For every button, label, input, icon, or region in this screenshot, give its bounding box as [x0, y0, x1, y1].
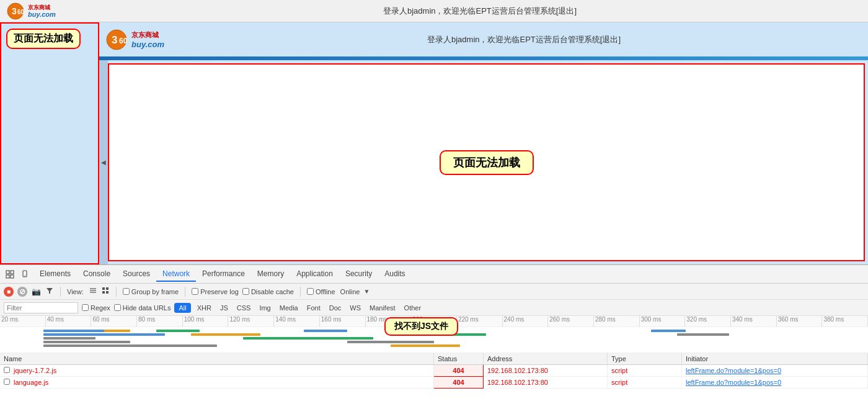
group-by-frame-checkbox[interactable]: Group by frame — [123, 288, 179, 295]
camera-icon[interactable]: 📷 — [32, 287, 41, 296]
cell-address: 192.168.102.173:80 — [484, 377, 608, 389]
preserve-log-checkbox[interactable]: Preserve log — [192, 288, 239, 295]
cell-address: 192.168.102.173:80 — [484, 365, 608, 377]
main-iframe-area: 页面无法加载 — [108, 63, 865, 261]
status-code: 404 — [453, 367, 464, 374]
cell-status: 404 — [434, 365, 484, 377]
tick-20ms: 20 ms — [0, 316, 46, 326]
tick-320ms: 320 ms — [685, 316, 731, 326]
tab-memory[interactable]: Memory — [251, 267, 290, 282]
toolbar-sep-3 — [185, 287, 185, 297]
tab-performance[interactable]: Performance — [196, 267, 251, 282]
tab-network[interactable]: Network — [156, 267, 196, 282]
tick-260ms: 260 ms — [548, 316, 594, 326]
tab-audits[interactable]: Audits — [378, 267, 411, 282]
offline-checkbox[interactable]: Offline — [307, 288, 335, 295]
filter-tag-img[interactable]: Img — [257, 304, 273, 312]
page-header-logo: 3 60 京东商城 buy.com — [105, 27, 180, 52]
initiator-link[interactable]: leftFrame.do?module=1&pos=0 — [686, 379, 781, 386]
online-dropdown[interactable]: Online — [340, 288, 360, 295]
page-header-title: 登录人bjadmin，欢迎光临EPT运营后台管理系统[退出] — [427, 35, 621, 44]
cell-type: script — [608, 365, 682, 377]
tab-sources[interactable]: Sources — [117, 267, 156, 282]
devtools-toolbar: ■ ⊘ 📷 View: Group by frame Preserve log … — [0, 284, 868, 300]
network-request-table: Name Status Address Type Initiator jquer… — [0, 353, 868, 389]
browser-url-bar: 登录人bjadmin，欢迎光临EPT运营后台管理系统[退出] — [98, 6, 862, 17]
tab-security[interactable]: Security — [339, 267, 378, 282]
tick-240ms: 240 ms — [503, 316, 549, 326]
svg-text:60: 60 — [119, 37, 128, 45]
svg-text:京东商城: 京东商城 — [28, 4, 51, 11]
toolbar-sep-2 — [116, 287, 117, 297]
row-checkbox[interactable] — [4, 379, 10, 385]
svg-text:buy.com: buy.com — [28, 11, 56, 18]
tab-console[interactable]: Console — [77, 267, 117, 282]
regex-checkbox[interactable]: Regex — [82, 304, 110, 312]
record-stop-button[interactable]: ■ — [4, 287, 14, 297]
tick-120ms: 120 ms — [228, 316, 274, 326]
svg-rect-10 — [6, 271, 9, 274]
main-error-text: 页面无法加载 — [453, 156, 520, 169]
svg-rect-13 — [11, 275, 14, 278]
svg-text:京东商城: 京东商城 — [131, 31, 159, 38]
svg-text:60: 60 — [17, 9, 25, 16]
svg-marker-16 — [46, 288, 53, 294]
svg-text:3: 3 — [112, 34, 117, 46]
clear-button[interactable]: ⊘ — [17, 287, 27, 297]
svg-rect-23 — [106, 291, 108, 294]
svg-rect-22 — [102, 291, 105, 294]
group-view-icon[interactable] — [102, 287, 109, 296]
filter-tag-all[interactable]: All — [174, 303, 190, 313]
table-row[interactable]: language.js 404 192.168.102.173:80 scrip… — [0, 377, 868, 389]
cell-status: 404 — [434, 377, 484, 389]
filter-input[interactable] — [4, 302, 78, 313]
initiator-link[interactable]: leftFrame.do?module=1&pos=0 — [686, 367, 781, 374]
svg-text:buy.com: buy.com — [131, 40, 164, 49]
sidebar-error-text: 页面无法加载 — [14, 33, 73, 43]
dropdown-arrow-icon[interactable]: ▼ — [363, 288, 370, 295]
browser-logo: 3 60 京东商城 buy.com — [6, 2, 93, 20]
js-error-text: 找不到JS文件 — [394, 321, 448, 331]
svg-rect-12 — [6, 275, 9, 278]
svg-rect-11 — [11, 271, 14, 274]
filter-tag-other[interactable]: Other — [402, 304, 424, 312]
devtools-filter-bar: Regex Hide data URLs All XHR JS CSS Img … — [0, 300, 868, 316]
svg-rect-21 — [106, 287, 108, 290]
filter-tag-js[interactable]: JS — [218, 304, 231, 312]
col-type: Type — [608, 353, 682, 365]
disable-cache-checkbox[interactable]: Disable cache — [242, 288, 294, 295]
svg-point-15 — [24, 276, 25, 277]
tick-140ms: 140 ms — [274, 316, 320, 326]
filter-tag-ws[interactable]: WS — [347, 304, 363, 312]
address-value: 192.168.102.173:80 — [487, 367, 548, 374]
filter-tag-manifest[interactable]: Manifest — [367, 304, 398, 312]
devtools-inspect-icon[interactable] — [4, 268, 16, 281]
devtools-mobile-icon[interactable] — [19, 268, 31, 281]
filter-tag-doc[interactable]: Doc — [327, 304, 344, 312]
filter-tag-font[interactable]: Font — [304, 304, 323, 312]
tick-220ms: 220 ms — [457, 316, 503, 326]
devtools-panel: Elements Console Sources Network Perform… — [0, 264, 868, 389]
tab-elements[interactable]: Elements — [33, 267, 77, 282]
cell-type: script — [608, 377, 682, 389]
tick-380ms: 380 ms — [822, 316, 868, 326]
row-checkbox[interactable] — [4, 367, 10, 373]
page-header-text: 登录人bjadmin，欢迎光临EPT运营后台管理系统[退出] — [186, 34, 862, 45]
filter-tag-css[interactable]: CSS — [234, 304, 254, 312]
tick-360ms: 360 ms — [777, 316, 823, 326]
collapse-handle[interactable]: ◀ — [99, 60, 108, 264]
filter-tag-xhr[interactable]: XHR — [195, 304, 214, 312]
tab-application[interactable]: Application — [290, 267, 339, 282]
sidebar-error-box: 页面无法加载 — [6, 29, 81, 49]
hide-data-urls-checkbox[interactable]: Hide data URLs — [114, 304, 171, 312]
main-content: 页面无法加载 3 60 京东商城 buy.com 登录人bjadmin，欢迎光临… — [0, 22, 868, 264]
list-view-icon[interactable] — [89, 287, 97, 296]
table-header-row: Name Status Address Type Initiator — [0, 353, 868, 365]
content-row: ◀ 页面无法加载 — [99, 60, 868, 264]
type-value: script — [611, 379, 627, 386]
table-row[interactable]: jquery-1.7.2.js 404 192.168.102.173:80 s… — [0, 365, 868, 377]
filter-icon[interactable] — [46, 287, 53, 296]
filter-tag-media[interactable]: Media — [277, 304, 301, 312]
browser-top-bar: 3 60 京东商城 buy.com 登录人bjadmin，欢迎光临EPT运营后台… — [0, 0, 868, 22]
request-name: jquery-1.7.2.js — [14, 367, 56, 374]
